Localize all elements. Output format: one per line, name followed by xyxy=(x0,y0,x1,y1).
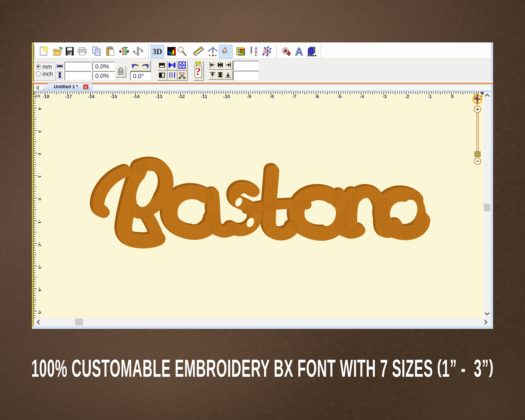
svg-text:-12: -12 xyxy=(178,94,185,99)
svg-text:-14: -14 xyxy=(133,94,140,99)
svg-text:-7: -7 xyxy=(292,94,297,99)
svg-text:C: C xyxy=(255,53,257,57)
svg-text:-13: -13 xyxy=(156,94,162,99)
svg-text:-10: -10 xyxy=(223,94,230,99)
svg-text:0: 0 xyxy=(451,94,454,99)
svg-text:-15: -15 xyxy=(111,94,117,99)
svg-text:3: 3 xyxy=(38,130,41,132)
svg-text:-3: -3 xyxy=(38,265,41,269)
svg-text:-17: -17 xyxy=(65,94,72,99)
svg-text:1: 1 xyxy=(38,175,41,178)
svg-text:-16: -16 xyxy=(88,94,94,99)
svg-text:4: 4 xyxy=(38,108,41,110)
svg-text:-2: -2 xyxy=(38,242,41,246)
svg-text:-6: -6 xyxy=(315,94,319,99)
svg-text:-11: -11 xyxy=(201,94,207,99)
svg-text:-5: -5 xyxy=(38,310,41,314)
svg-text:?: ? xyxy=(195,65,201,77)
svg-text:-4: -4 xyxy=(38,287,41,291)
svg-text:-5: -5 xyxy=(338,94,342,99)
svg-text:2: 2 xyxy=(38,153,41,155)
svg-text:-8: -8 xyxy=(270,94,274,99)
svg-text:A: A xyxy=(295,46,303,58)
svg-text:0: 0 xyxy=(38,198,41,200)
svg-text:-1: -1 xyxy=(38,220,41,224)
svg-text:-3: -3 xyxy=(383,94,387,99)
svg-text:-9: -9 xyxy=(247,94,251,99)
svg-text:3D: 3D xyxy=(152,47,162,56)
svg-text:-2: -2 xyxy=(405,94,409,99)
svg-text:-1: -1 xyxy=(428,94,432,99)
svg-text:-4: -4 xyxy=(360,94,364,99)
svg-text:-18: -18 xyxy=(43,94,49,99)
